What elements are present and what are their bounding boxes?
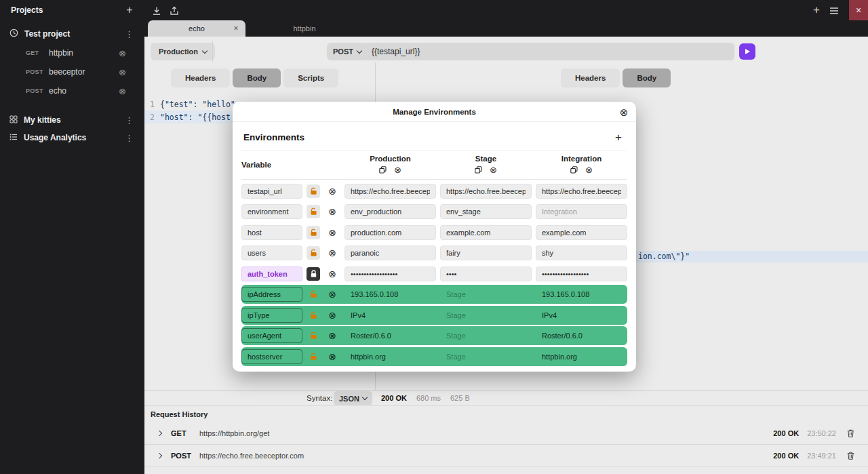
tab-httpbin[interactable]: httpbin [280,20,329,37]
delete-variable-icon[interactable]: ⊗ [326,350,339,363]
remove-request-icon[interactable]: ⊗ [119,87,126,96]
value-stage-input[interactable] [440,308,532,323]
value-stage-input[interactable] [440,225,532,240]
unlock-icon[interactable] [307,329,320,342]
value-production-input[interactable] [344,287,436,302]
value-stage-input[interactable] [440,184,532,199]
environment-selector[interactable]: Production [151,43,215,60]
variable-name-input[interactable] [241,308,302,323]
value-production-input[interactable] [344,204,436,219]
sidebar-request-beeceptor[interactable]: POST beeceptor ⊗ [0,62,144,81]
value-stage-input[interactable] [440,287,532,302]
lock-icon[interactable] [307,267,320,281]
value-production-input[interactable] [344,184,436,199]
add-project-button[interactable]: + [123,3,136,17]
project-menu-button[interactable]: ⋮ [125,30,134,39]
value-stage-input[interactable] [440,349,532,364]
new-tab-button[interactable]: + [810,3,823,18]
delete-environment-icon[interactable]: ⊗ [585,165,593,174]
delete-variable-icon[interactable]: ⊗ [326,329,339,342]
modal-close-icon[interactable]: ⊗ [618,106,630,118]
duplicate-environment-icon[interactable] [379,166,387,174]
history-row[interactable]: POST https://echo.free.beeceptor.com 200… [144,445,868,467]
tab-request-body[interactable]: Body [233,68,281,87]
delete-history-icon[interactable] [847,429,854,437]
tab-request-scripts[interactable]: Scripts [283,68,338,87]
delete-variable-icon[interactable]: ⊗ [326,184,339,198]
sidebar-request-echo[interactable]: POST echo ⊗ [0,81,144,100]
history-row[interactable]: GET https://httpbin.org/get 200 OK 23:50… [144,422,868,445]
value-stage-input[interactable] [440,245,532,260]
sidebar-request-httpbin[interactable]: GET httpbin ⊗ [0,43,144,62]
variable-name-input[interactable] [241,349,302,364]
value-integration-input[interactable] [536,328,627,343]
value-production-input[interactable] [344,328,436,343]
window-close-icon[interactable]: × [849,0,868,20]
method-selector[interactable]: POST [327,43,368,60]
variable-name-input[interactable] [241,266,302,281]
modal-title: Manage Environments [393,108,476,116]
value-integration-input[interactable] [536,184,627,199]
variable-name-input[interactable] [241,245,302,260]
expand-icon[interactable] [155,429,164,438]
value-integration-input[interactable] [536,266,627,281]
delete-variable-icon[interactable]: ⊗ [326,226,339,239]
syntax-selector[interactable]: JSON [334,391,372,406]
variable-name-input[interactable] [241,328,302,343]
sidebar-item-usage-analytics[interactable]: Usage Analytics ⋮ [0,129,144,146]
value-integration-input[interactable] [536,245,627,260]
remove-request-icon[interactable]: ⊗ [119,68,126,77]
delete-environment-icon[interactable]: ⊗ [394,165,401,174]
variable-name-input[interactable] [241,287,302,302]
delete-variable-icon[interactable]: ⊗ [326,267,339,281]
section-menu-button[interactable]: ⋮ [125,134,134,142]
variable-name-input[interactable] [241,184,302,199]
expand-icon[interactable] [155,451,164,460]
section-menu-button[interactable]: ⋮ [125,116,134,125]
value-stage-input[interactable] [440,328,532,343]
variable-name-input[interactable] [241,204,302,219]
sidebar-item-my-kitties[interactable]: My kitties ⋮ [0,111,144,129]
value-stage-input[interactable] [440,266,532,281]
delete-variable-icon[interactable]: ⊗ [326,288,339,301]
variable-name-input[interactable] [241,225,302,240]
value-production-input[interactable] [344,349,436,364]
value-production-input[interactable] [344,245,436,260]
delete-variable-icon[interactable]: ⊗ [326,205,339,218]
delete-environment-icon[interactable]: ⊗ [490,165,497,174]
unlock-icon[interactable] [307,226,320,239]
tab-response-body[interactable]: Body [623,68,671,87]
close-tab-icon[interactable]: × [231,24,241,33]
value-integration-input[interactable] [536,287,627,302]
value-production-input[interactable] [344,308,436,323]
remove-request-icon[interactable]: ⊗ [119,49,126,58]
unlock-icon[interactable] [307,288,320,301]
send-button[interactable] [739,43,755,60]
share-icon[interactable] [168,5,180,17]
sidebar-item-test-project[interactable]: Test project ⋮ [0,24,144,43]
unlock-icon[interactable] [307,184,320,198]
url-input[interactable] [364,43,734,60]
value-production-input[interactable] [344,225,436,240]
value-integration-input[interactable] [536,308,627,323]
menu-icon[interactable] [827,5,841,17]
tab-echo[interactable]: echo × [148,20,245,37]
tab-response-headers[interactable]: Headers [561,68,620,87]
value-production-input[interactable] [344,266,436,281]
unlock-icon[interactable] [307,350,320,363]
duplicate-environment-icon[interactable] [475,166,482,174]
duplicate-environment-icon[interactable] [570,166,578,174]
delete-variable-icon[interactable]: ⊗ [326,309,339,322]
value-integration-input[interactable] [536,204,627,219]
unlock-icon[interactable] [307,309,320,322]
delete-history-icon[interactable] [847,452,854,460]
value-stage-input[interactable] [440,204,532,219]
value-integration-input[interactable] [536,225,627,240]
add-environment-button[interactable]: + [612,130,625,144]
tab-request-headers[interactable]: Headers [171,68,230,87]
download-icon[interactable] [151,5,163,17]
unlock-icon[interactable] [307,205,320,218]
delete-variable-icon[interactable]: ⊗ [326,246,339,260]
value-integration-input[interactable] [536,349,627,364]
unlock-icon[interactable] [307,246,320,260]
